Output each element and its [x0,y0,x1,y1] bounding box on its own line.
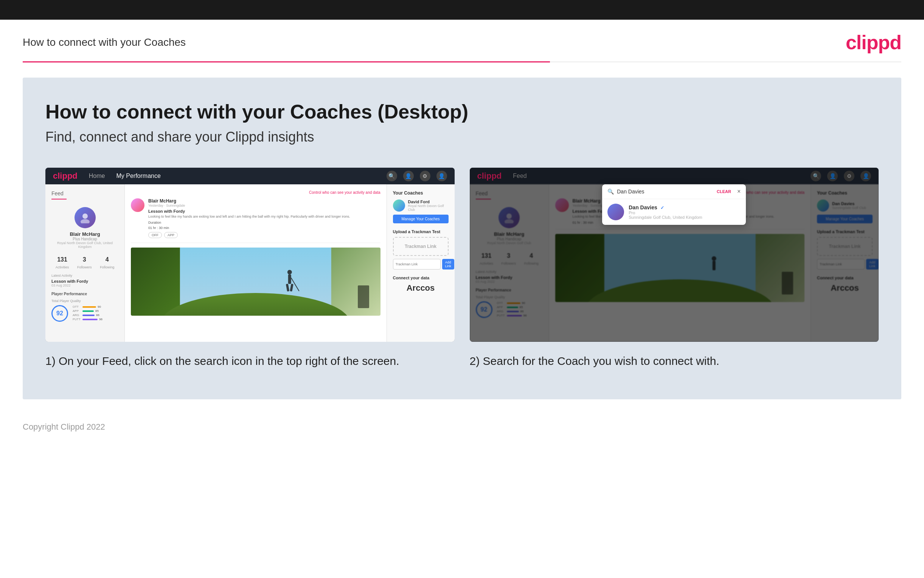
tag-app: APP [164,232,178,238]
svg-rect-5 [288,274,291,284]
arccos-logo-1: Arccos [393,283,448,293]
post-card-1: Blair McHarg Yesterday · Sunningdale Les… [131,198,380,243]
profile-avatar-1 [74,207,96,228]
main-content: How to connect with your Coaches (Deskto… [23,78,901,399]
middle-panel-1: Control who can see your activity and da… [125,184,387,342]
clippd-logo: clippd [846,31,901,54]
metric-app: APP 85 [73,309,102,313]
result-name: Dan Davies ✓ [629,205,702,211]
profile-name-1: Blair McHarg [52,231,118,237]
screenshots-row: clippd Home My Performance 🔍 👤 ⚙ 👤 Feed [45,168,879,369]
post-avatar-1 [131,198,144,212]
coach-avatar-1 [393,200,405,212]
screenshot-2-container: clippd Feed 🔍 👤 ⚙ 👤 Feed [470,168,879,369]
stats-row-1: 131 Activities 3 Followers 4 Following [52,256,118,270]
app-logo-1: clippd [53,171,78,181]
screenshot-1-frame: clippd Home My Performance 🔍 👤 ⚙ 👤 Feed [45,168,455,342]
copyright: Copyright Clippd 2022 [23,422,105,432]
result-info: Dan Davies ✓ Pro Sunningdale Golf Club, … [629,205,702,219]
metric-ott: OTT 90 [73,305,102,308]
step-2-label: 2) Search for the Coach you wish to conn… [470,353,879,369]
svg-point-4 [288,270,292,274]
metric-putt: PUTT 96 [73,318,102,321]
coach-item-1: David Ford Royal North Devon Golf Club [393,200,448,212]
post-content-1: Blair McHarg Yesterday · Sunningdale Les… [148,198,380,238]
right-panel-1: Your Coaches David Ford Royal North Devo… [387,184,455,342]
search-overlay: 🔍 Dan Davies CLEAR × Dan Davies ✓ Pro [602,184,746,225]
score-circle-1: 92 [52,305,68,322]
screenshot-2-frame: clippd Feed 🔍 👤 ⚙ 👤 Feed [470,168,879,342]
profile-section-1: Blair McHarg Plus Handicap Royal North D… [52,203,118,252]
main-subtitle: Find, connect and share your Clippd insi… [45,129,879,145]
page-title: How to connect with your Coaches [23,36,186,49]
golf-image-1 [131,248,380,316]
stat-activities-1: 131 Activities [56,256,69,270]
manage-coaches-btn-1[interactable]: Manage Your Coaches [393,214,448,223]
result-role: Pro [629,211,702,215]
svg-point-1 [81,219,90,223]
app-nav-1: clippd Home My Performance 🔍 👤 ⚙ 👤 [45,168,455,184]
connect-section-1: Connect your data Arccos [393,276,448,293]
settings-icon-nav[interactable]: ⚙ [420,171,430,181]
score-ring-1: 92 OTT 90 APP [52,305,118,322]
search-close-btn[interactable]: × [737,188,741,195]
add-link-btn[interactable]: Add Link [442,259,455,270]
nav-home-1[interactable]: Home [89,173,105,179]
tag-row-1: OFF APP [148,232,380,238]
search-icon-overlay: 🔍 [607,188,614,195]
feed-panel-1: Feed Blair McHarg Plus Handicap Royal No… [45,184,125,342]
screenshot-1-container: clippd Home My Performance 🔍 👤 ⚙ 👤 Feed [45,168,455,369]
search-clear-btn[interactable]: CLEAR [717,189,731,194]
metrics-1: OTT 90 APP 85 [73,305,102,322]
nav-my-performance-1[interactable]: My Performance [116,173,160,179]
stat-following-1: 4 Following [100,256,114,270]
profile-icon-nav[interactable]: 👤 [403,171,414,181]
search-input-value[interactable]: Dan Davies [617,188,714,195]
trackman-box-1: Trackman Link [393,237,448,256]
trackman-input-1: Add Link [393,259,448,270]
metric-arg: ARG 86 [73,313,102,317]
svg-point-0 [83,213,88,219]
search-result-item[interactable]: Dan Davies ✓ Pro Sunningdale Golf Club, … [602,199,746,225]
profile-handicap-1: Plus Handicap [52,237,118,241]
feed-label-1: Feed [52,190,66,200]
nav-icons-1: 🔍 👤 ⚙ 👤 [387,171,447,181]
profile-location-1: Royal North Devon Golf Club, United King… [52,241,118,249]
main-title: How to connect with your Coaches (Deskto… [45,100,879,123]
upload-section-1: Upload a Trackman Test Trackman Link Add… [393,229,448,270]
result-location: Sunningdale Golf Club, United Kingdom [629,215,702,219]
player-perf-1: Player Performance Total Player Quality … [52,292,118,322]
latest-activity-1: Latest Activity Lesson with Fordy 03 Aug… [52,274,118,287]
search-bar: 🔍 Dan Davies CLEAR × [602,184,746,199]
top-bar [0,0,924,19]
coach-info-1: David Ford Royal North Devon Golf Club [408,200,448,212]
trackman-link-input[interactable] [393,259,441,270]
app-body-1: Feed Blair McHarg Plus Handicap Royal No… [45,184,455,342]
tag-off: OFF [148,232,162,238]
header-divider [23,61,901,62]
stat-followers-1: 3 Followers [77,256,92,270]
footer: Copyright Clippd 2022 [0,414,924,440]
step-1-label: 1) On your Feed, click on the search ico… [45,353,455,369]
search-icon-nav[interactable]: 🔍 [387,171,397,181]
duration-1: Duration [148,221,380,224]
header: How to connect with your Coaches clippd [0,19,924,61]
coaches-section-1: Your Coaches David Ford Royal North Devo… [393,190,448,223]
result-avatar [607,204,624,220]
avatar-nav[interactable]: 👤 [437,171,447,181]
control-link-1[interactable]: Control who can see your activity and da… [131,190,380,195]
